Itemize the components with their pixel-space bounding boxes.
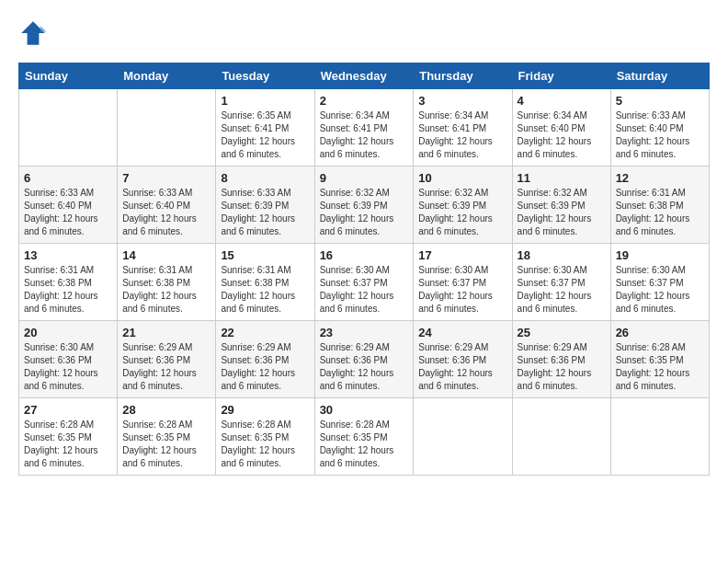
calendar-cell: 7Sunrise: 6:33 AM Sunset: 6:40 PM Daylig… [118, 167, 216, 244]
day-number: 8 [221, 171, 309, 185]
day-number: 14 [122, 248, 210, 262]
cell-content: Sunrise: 6:29 AM Sunset: 6:36 PM Dayligh… [320, 341, 409, 393]
calendar-week-row: 20Sunrise: 6:30 AM Sunset: 6:36 PM Dayli… [19, 321, 710, 398]
day-header-thursday: Thursday [414, 63, 512, 89]
cell-content: Sunrise: 6:31 AM Sunset: 6:38 PM Dayligh… [616, 187, 704, 238]
calendar-cell: 13Sunrise: 6:31 AM Sunset: 6:38 PM Dayli… [19, 244, 118, 321]
calendar-header: SundayMondayTuesdayWednesdayThursdayFrid… [19, 63, 710, 89]
day-number: 17 [418, 248, 506, 262]
calendar-cell [512, 398, 610, 476]
cell-content: Sunrise: 6:32 AM Sunset: 6:39 PM Dayligh… [518, 187, 606, 238]
cell-content: Sunrise: 6:28 AM Sunset: 6:35 PM Dayligh… [616, 341, 704, 393]
calendar-cell: 14Sunrise: 6:31 AM Sunset: 6:38 PM Dayli… [118, 244, 216, 321]
cell-content: Sunrise: 6:31 AM Sunset: 6:38 PM Dayligh… [24, 264, 112, 316]
cell-content: Sunrise: 6:30 AM Sunset: 6:36 PM Dayligh… [24, 341, 112, 393]
calendar-cell: 26Sunrise: 6:28 AM Sunset: 6:35 PM Dayli… [610, 321, 709, 398]
day-number: 28 [122, 403, 210, 417]
logo [18, 18, 51, 48]
day-header-saturday: Saturday [610, 63, 709, 89]
cell-content: Sunrise: 6:28 AM Sunset: 6:35 PM Dayligh… [122, 419, 210, 470]
calendar-cell: 27Sunrise: 6:28 AM Sunset: 6:35 PM Dayli… [19, 398, 118, 476]
day-number: 10 [418, 171, 506, 185]
calendar-body: 1Sunrise: 6:35 AM Sunset: 6:41 PM Daylig… [19, 89, 710, 476]
day-number: 11 [518, 171, 606, 185]
cell-content: Sunrise: 6:31 AM Sunset: 6:38 PM Dayligh… [221, 264, 309, 316]
cell-content: Sunrise: 6:34 AM Sunset: 6:41 PM Dayligh… [418, 109, 506, 161]
day-number: 27 [24, 403, 112, 417]
day-header-wednesday: Wednesday [314, 63, 414, 89]
day-number: 19 [616, 248, 704, 262]
page-header [18, 18, 710, 48]
day-header-tuesday: Tuesday [216, 63, 314, 89]
calendar-cell: 21Sunrise: 6:29 AM Sunset: 6:36 PM Dayli… [118, 321, 216, 398]
cell-content: Sunrise: 6:30 AM Sunset: 6:37 PM Dayligh… [320, 264, 409, 316]
calendar-cell [19, 89, 118, 167]
calendar-cell: 19Sunrise: 6:30 AM Sunset: 6:37 PM Dayli… [610, 244, 709, 321]
calendar-cell: 29Sunrise: 6:28 AM Sunset: 6:35 PM Dayli… [216, 398, 314, 476]
calendar-week-row: 27Sunrise: 6:28 AM Sunset: 6:35 PM Dayli… [19, 398, 710, 476]
calendar-cell: 16Sunrise: 6:30 AM Sunset: 6:37 PM Dayli… [314, 244, 414, 321]
day-number: 25 [518, 326, 606, 339]
logo-icon [18, 18, 48, 48]
day-number: 15 [221, 248, 309, 262]
day-number: 18 [518, 248, 606, 262]
calendar-cell: 3Sunrise: 6:34 AM Sunset: 6:41 PM Daylig… [414, 89, 512, 167]
calendar-cell: 25Sunrise: 6:29 AM Sunset: 6:36 PM Dayli… [512, 321, 610, 398]
cell-content: Sunrise: 6:30 AM Sunset: 6:37 PM Dayligh… [518, 264, 606, 316]
calendar-cell: 5Sunrise: 6:33 AM Sunset: 6:40 PM Daylig… [610, 89, 709, 167]
calendar-cell: 30Sunrise: 6:28 AM Sunset: 6:35 PM Dayli… [314, 398, 414, 476]
calendar-cell [414, 398, 512, 476]
cell-content: Sunrise: 6:33 AM Sunset: 6:39 PM Dayligh… [221, 187, 309, 238]
day-number: 5 [616, 94, 704, 108]
day-number: 3 [418, 94, 506, 108]
calendar-week-row: 1Sunrise: 6:35 AM Sunset: 6:41 PM Daylig… [19, 89, 710, 167]
cell-content: Sunrise: 6:29 AM Sunset: 6:36 PM Dayligh… [221, 341, 309, 393]
day-header-sunday: Sunday [19, 63, 118, 89]
cell-content: Sunrise: 6:28 AM Sunset: 6:35 PM Dayligh… [320, 419, 409, 470]
cell-content: Sunrise: 6:32 AM Sunset: 6:39 PM Dayligh… [418, 187, 506, 238]
cell-content: Sunrise: 6:33 AM Sunset: 6:40 PM Dayligh… [122, 187, 210, 238]
svg-marker-0 [21, 21, 45, 45]
calendar-cell: 8Sunrise: 6:33 AM Sunset: 6:39 PM Daylig… [216, 167, 314, 244]
days-header-row: SundayMondayTuesdayWednesdayThursdayFrid… [19, 63, 710, 89]
cell-content: Sunrise: 6:33 AM Sunset: 6:40 PM Dayligh… [616, 109, 704, 161]
day-number: 6 [24, 171, 112, 185]
calendar-cell: 17Sunrise: 6:30 AM Sunset: 6:37 PM Dayli… [414, 244, 512, 321]
day-number: 23 [320, 326, 409, 339]
calendar-cell: 2Sunrise: 6:34 AM Sunset: 6:41 PM Daylig… [314, 89, 414, 167]
day-number: 12 [616, 171, 704, 185]
day-number: 26 [616, 326, 704, 339]
cell-content: Sunrise: 6:28 AM Sunset: 6:35 PM Dayligh… [221, 419, 309, 470]
calendar-cell: 28Sunrise: 6:28 AM Sunset: 6:35 PM Dayli… [118, 398, 216, 476]
day-number: 16 [320, 248, 409, 262]
day-number: 9 [320, 171, 409, 185]
cell-content: Sunrise: 6:30 AM Sunset: 6:37 PM Dayligh… [418, 264, 506, 316]
calendar-cell: 9Sunrise: 6:32 AM Sunset: 6:39 PM Daylig… [314, 167, 414, 244]
day-header-monday: Monday [118, 63, 216, 89]
calendar-cell: 6Sunrise: 6:33 AM Sunset: 6:40 PM Daylig… [19, 167, 118, 244]
cell-content: Sunrise: 6:33 AM Sunset: 6:40 PM Dayligh… [24, 187, 112, 238]
cell-content: Sunrise: 6:34 AM Sunset: 6:41 PM Dayligh… [320, 109, 409, 161]
calendar-table: SundayMondayTuesdayWednesdayThursdayFrid… [18, 63, 710, 476]
calendar-cell [610, 398, 709, 476]
cell-content: Sunrise: 6:29 AM Sunset: 6:36 PM Dayligh… [518, 341, 606, 393]
day-number: 20 [24, 326, 112, 339]
calendar-cell: 12Sunrise: 6:31 AM Sunset: 6:38 PM Dayli… [610, 167, 709, 244]
calendar-cell: 23Sunrise: 6:29 AM Sunset: 6:36 PM Dayli… [314, 321, 414, 398]
cell-content: Sunrise: 6:32 AM Sunset: 6:39 PM Dayligh… [320, 187, 409, 238]
calendar-cell: 20Sunrise: 6:30 AM Sunset: 6:36 PM Dayli… [19, 321, 118, 398]
day-number: 30 [320, 403, 409, 417]
day-number: 29 [221, 403, 309, 417]
calendar-week-row: 13Sunrise: 6:31 AM Sunset: 6:38 PM Dayli… [19, 244, 710, 321]
calendar-cell: 22Sunrise: 6:29 AM Sunset: 6:36 PM Dayli… [216, 321, 314, 398]
cell-content: Sunrise: 6:29 AM Sunset: 6:36 PM Dayligh… [418, 341, 506, 393]
day-header-friday: Friday [512, 63, 610, 89]
cell-content: Sunrise: 6:28 AM Sunset: 6:35 PM Dayligh… [24, 419, 112, 470]
cell-content: Sunrise: 6:30 AM Sunset: 6:37 PM Dayligh… [616, 264, 704, 316]
day-number: 1 [221, 94, 309, 108]
cell-content: Sunrise: 6:31 AM Sunset: 6:38 PM Dayligh… [122, 264, 210, 316]
calendar-cell: 24Sunrise: 6:29 AM Sunset: 6:36 PM Dayli… [414, 321, 512, 398]
calendar-cell: 11Sunrise: 6:32 AM Sunset: 6:39 PM Dayli… [512, 167, 610, 244]
calendar-cell: 4Sunrise: 6:34 AM Sunset: 6:40 PM Daylig… [512, 89, 610, 167]
day-number: 13 [24, 248, 112, 262]
